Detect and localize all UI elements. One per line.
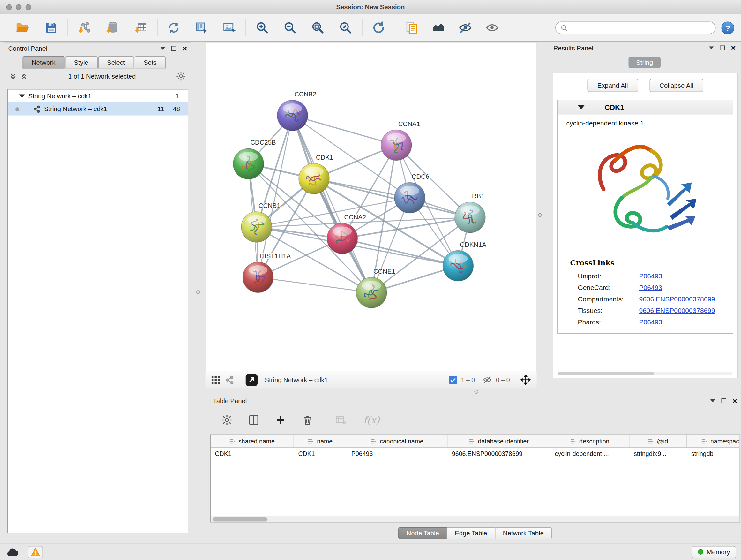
left-splitter-handle[interactable] xyxy=(196,290,200,294)
panel-menu-icon[interactable] xyxy=(709,47,714,50)
network-node[interactable] xyxy=(241,212,272,242)
panel-float-icon[interactable] xyxy=(172,46,176,51)
network-edge[interactable] xyxy=(293,116,397,145)
panel-float-icon[interactable] xyxy=(720,46,725,51)
import-network-from-file-button[interactable] xyxy=(74,17,95,38)
string-tab-badge[interactable]: String xyxy=(628,57,661,68)
network-node[interactable] xyxy=(327,223,358,254)
function-builder-button[interactable]: f(x) xyxy=(363,413,380,427)
grid-view-icon[interactable] xyxy=(211,375,220,384)
panel-menu-icon[interactable] xyxy=(160,47,165,50)
home-button[interactable] xyxy=(428,17,449,38)
export-image-button[interactable] xyxy=(219,17,240,38)
warnings-button[interactable] xyxy=(28,546,43,558)
show-columns-button[interactable] xyxy=(247,413,261,427)
import-network-from-database-button[interactable] xyxy=(102,17,123,38)
tab-edge-table[interactable]: Edge Table xyxy=(447,527,495,540)
delete-column-button[interactable] xyxy=(300,413,315,427)
network-node[interactable] xyxy=(299,164,329,194)
tab-network[interactable]: Network xyxy=(23,56,64,69)
network-node[interactable] xyxy=(277,100,308,131)
network-edge[interactable] xyxy=(293,116,372,293)
open-external-icon[interactable] xyxy=(246,374,258,386)
column-header[interactable]: canonical name xyxy=(347,435,448,447)
right-splitter-handle[interactable] xyxy=(538,213,542,217)
memory-button[interactable]: Memory xyxy=(692,546,736,558)
column-header[interactable]: description xyxy=(550,435,630,447)
hidden-eye-slash-icon[interactable] xyxy=(482,375,492,385)
section-disclosure-triangle-icon[interactable] xyxy=(578,105,585,109)
scrollbar-thumb[interactable] xyxy=(212,517,268,521)
close-window-button[interactable] xyxy=(6,4,12,10)
zoom-out-button[interactable] xyxy=(280,17,300,38)
collapse-all-chevrons-icon[interactable] xyxy=(20,72,28,80)
panel-menu-icon[interactable] xyxy=(711,399,715,402)
horizontal-splitter-handle[interactable] xyxy=(475,390,478,394)
tab-sets[interactable]: Sets xyxy=(135,56,166,69)
table-cell[interactable]: CDK1 xyxy=(294,448,347,460)
network-canvas[interactable]: CCNB2CCNA1CDC25BCDK1CDC6RB1CCNB1CCNA2CDK… xyxy=(205,43,537,371)
disclosure-triangle-icon[interactable] xyxy=(19,95,25,98)
network-node[interactable] xyxy=(394,183,425,213)
import-table-from-file-button[interactable] xyxy=(130,17,151,38)
pan-move-icon[interactable] xyxy=(521,374,531,385)
zoom-in-button[interactable] xyxy=(252,17,273,38)
panel-close-icon[interactable]: × xyxy=(732,397,737,405)
create-column-button[interactable] xyxy=(273,413,288,427)
tab-node-table[interactable]: Node Table xyxy=(398,527,447,540)
column-header[interactable]: database identifier xyxy=(448,435,551,447)
crosslink-link[interactable]: 9606.ENSP00000378699 xyxy=(639,307,715,314)
results-horizontal-scrollbar[interactable] xyxy=(558,372,732,375)
network-share-view-icon[interactable] xyxy=(226,375,235,384)
network-node[interactable] xyxy=(233,148,264,179)
collapse-all-button[interactable]: Collapse All xyxy=(650,79,703,92)
panel-close-icon[interactable]: × xyxy=(183,44,187,53)
tab-style[interactable]: Style xyxy=(65,56,97,69)
panel-close-icon[interactable]: × xyxy=(731,44,736,52)
selected-checkbox-icon[interactable] xyxy=(449,376,457,384)
help-button[interactable]: ? xyxy=(722,21,735,35)
expand-all-button[interactable]: Expand All xyxy=(587,79,638,92)
table-horizontal-scrollbar[interactable] xyxy=(211,516,740,522)
search-input[interactable] xyxy=(570,24,711,32)
minimize-window-button[interactable] xyxy=(16,4,22,10)
delete-table-button[interactable] xyxy=(334,413,348,427)
maximize-window-button[interactable] xyxy=(25,4,31,10)
apply-layout-button[interactable] xyxy=(368,17,389,38)
tab-network-table[interactable]: Network Table xyxy=(495,527,552,540)
column-header[interactable]: namespac xyxy=(687,435,740,447)
gene-section-header[interactable]: CDK1 xyxy=(558,100,733,115)
table-cell[interactable]: stringdb:9... xyxy=(630,448,687,460)
crosslink-link[interactable]: P06493 xyxy=(639,272,662,280)
hide-selected-button[interactable] xyxy=(455,17,476,38)
save-session-button[interactable] xyxy=(41,17,62,38)
gear-icon[interactable] xyxy=(176,71,186,81)
scrollbar-thumb[interactable] xyxy=(558,372,654,375)
table-cell[interactable]: CDK1 xyxy=(211,448,294,460)
table-cell[interactable]: P06493 xyxy=(347,448,448,460)
network-node[interactable] xyxy=(443,251,474,281)
table-cell[interactable]: 9606.ENSP00000378699 xyxy=(448,448,551,460)
crosslink-link[interactable]: P06493 xyxy=(639,284,662,291)
network-node[interactable] xyxy=(455,202,485,233)
refresh-network-button[interactable] xyxy=(163,17,185,38)
column-header[interactable]: @id xyxy=(630,435,687,447)
network-row[interactable]: String Network – cdk1 11 48 xyxy=(8,103,188,116)
panel-float-icon[interactable] xyxy=(722,398,726,403)
show-all-button[interactable] xyxy=(482,17,502,38)
column-header[interactable]: name xyxy=(294,435,347,447)
expand-all-chevrons-icon[interactable] xyxy=(9,72,17,80)
network-node[interactable] xyxy=(381,130,412,161)
tab-select[interactable]: Select xyxy=(98,56,134,69)
crosslink-link[interactable]: P06493 xyxy=(639,318,662,326)
table-settings-button[interactable] xyxy=(220,413,234,427)
zoom-selected-button[interactable] xyxy=(335,17,356,38)
clone-network-button[interactable] xyxy=(401,17,422,38)
column-header[interactable]: shared name xyxy=(211,435,294,447)
open-session-button[interactable] xyxy=(12,17,33,38)
cloud-status-button[interactable] xyxy=(5,546,20,558)
network-edge[interactable] xyxy=(258,277,372,293)
table-row[interactable]: CDK1CDK1P064939606.ENSP00000378699cyclin… xyxy=(211,448,740,460)
network-node[interactable] xyxy=(356,277,387,308)
network-node[interactable] xyxy=(243,262,273,293)
